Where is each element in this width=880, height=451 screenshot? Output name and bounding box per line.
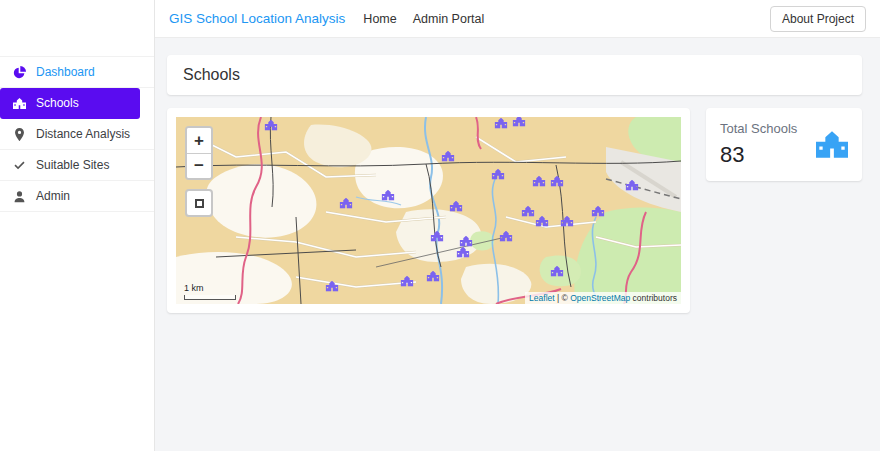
school-marker[interactable] <box>626 180 639 191</box>
zoom-out-button[interactable]: − <box>187 153 211 178</box>
map-card: + − 1 km Leaflet | © OpenStreetMap contr… <box>167 108 690 313</box>
map-scale-bar <box>184 295 236 300</box>
app-brand-link[interactable]: GIS School Location Analysis <box>169 11 345 26</box>
school-marker[interactable] <box>431 231 444 242</box>
school-marker[interactable] <box>427 271 440 282</box>
school-marker[interactable] <box>400 276 413 287</box>
sidebar-menu: DashboardSchoolsDistance AnalysisSuitabl… <box>0 56 154 212</box>
sidebar-item-label: Distance Analysis <box>36 127 130 141</box>
fullscreen-icon <box>195 199 204 208</box>
page-title-card: Schools <box>167 55 862 95</box>
sidebar-item-admin[interactable]: Admin <box>0 181 154 212</box>
sidebar-item-label: Dashboard <box>36 65 95 79</box>
sidebar-item-label: Suitable Sites <box>36 158 109 172</box>
about-project-button[interactable]: About Project <box>770 6 866 32</box>
nav-link-home[interactable]: Home <box>363 12 396 26</box>
dashboard-icon <box>13 66 26 79</box>
navbar-links: HomeAdmin Portal <box>363 12 484 26</box>
map-attribution: Leaflet | © OpenStreetMap contributors <box>525 292 681 304</box>
school-marker[interactable] <box>459 236 472 247</box>
total-schools-card: Total Schools 83 <box>706 108 862 181</box>
navbar: GIS School Location Analysis HomeAdmin P… <box>155 0 880 38</box>
school-marker[interactable] <box>492 169 505 180</box>
school-marker[interactable] <box>456 247 469 258</box>
sidebar-item-distance-analysis[interactable]: Distance Analysis <box>0 119 154 150</box>
school-marker[interactable] <box>449 201 462 212</box>
school-marker[interactable] <box>550 266 563 277</box>
school-marker[interactable] <box>512 117 525 127</box>
school-marker[interactable] <box>592 206 605 217</box>
sidebar-item-label: Schools <box>36 96 79 110</box>
school-stat-icon <box>816 131 848 158</box>
sidebar: DashboardSchoolsDistance AnalysisSuitabl… <box>0 0 155 451</box>
school-marker[interactable] <box>533 176 546 187</box>
stat-title: Total Schools <box>720 121 797 136</box>
school-marker[interactable] <box>536 216 549 227</box>
school-marker[interactable] <box>326 281 339 292</box>
sidebar-item-schools[interactable]: Schools <box>0 88 140 119</box>
school-marker[interactable] <box>382 190 395 201</box>
school-marker[interactable] <box>499 231 512 242</box>
map-controls: + − <box>185 126 213 217</box>
school-marker[interactable] <box>521 206 534 217</box>
leaflet-link[interactable]: Leaflet <box>529 293 555 303</box>
school-marker[interactable] <box>340 198 353 209</box>
school-marker[interactable] <box>550 176 563 187</box>
attribution-suffix: contributors <box>630 293 677 303</box>
sidebar-item-dashboard[interactable]: Dashboard <box>0 57 154 88</box>
school-icon <box>13 97 26 110</box>
school-marker[interactable] <box>442 151 455 162</box>
sidebar-item-label: Admin <box>36 189 70 203</box>
main-content: Schools <box>155 38 880 451</box>
fullscreen-button[interactable] <box>185 189 213 217</box>
attribution-separator: | © <box>555 293 571 303</box>
sidebar-item-suitable-sites[interactable]: Suitable Sites <box>0 150 154 181</box>
stat-value: 83 <box>720 142 797 168</box>
marker-layer <box>176 117 681 304</box>
nav-link-admin-portal[interactable]: Admin Portal <box>413 12 485 26</box>
map-scale-label: 1 km <box>184 284 236 294</box>
page-title: Schools <box>183 66 240 83</box>
zoom-in-button[interactable]: + <box>187 128 211 153</box>
user-icon <box>13 190 26 203</box>
map[interactable]: + − 1 km Leaflet | © OpenStreetMap contr… <box>176 117 681 304</box>
school-marker[interactable] <box>495 118 508 129</box>
map-scale: 1 km <box>184 284 236 300</box>
school-marker[interactable] <box>560 216 573 227</box>
pin-icon <box>13 128 26 141</box>
osm-link[interactable]: OpenStreetMap <box>570 293 630 303</box>
check-icon <box>13 159 26 172</box>
school-marker[interactable] <box>264 120 277 131</box>
